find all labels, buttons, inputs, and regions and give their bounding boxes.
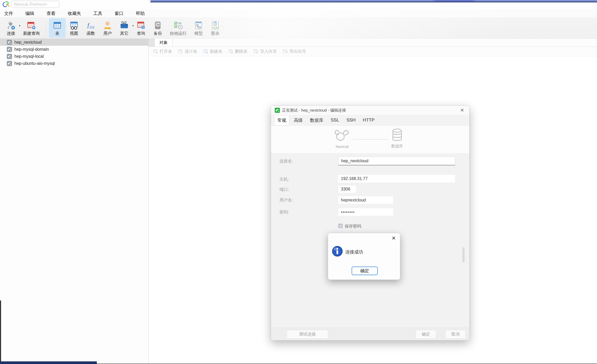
edit-connection-dialog: 正在测试 - hep_nextcloud - 编辑连接 ✕ 常规 高级 数据库 …: [271, 105, 470, 340]
menu-view[interactable]: 查看: [47, 10, 55, 16]
connection-item-hep-mysql-local[interactable]: hep-mysql-local: [0, 53, 148, 60]
dialog-scrollbar-thumb[interactable]: [462, 247, 465, 262]
table-icon: [53, 20, 62, 30]
connection-name: hep_nextcloud: [14, 40, 42, 45]
table-actions-toolbar: 打开表 设计表 新建表 删除表 导入向导 导出向导: [149, 47, 597, 56]
connection-name: hep-mysql-domain: [14, 47, 49, 52]
password-label: 密码:: [279, 210, 289, 215]
background-window-left-edge: [0, 301, 1, 364]
mysql-connection-icon: [7, 40, 12, 45]
object-tabstrip: 对象: [149, 39, 597, 47]
tab-ssh[interactable]: SSH: [343, 116, 358, 125]
connection-item-hep-ubuntu-aio-mysql[interactable]: hep-ubuntu-aio-mysql: [0, 60, 148, 67]
mysql-connection-icon: [7, 47, 12, 52]
menu-edit[interactable]: 编辑: [25, 10, 34, 16]
query-icon: [136, 20, 146, 30]
delete-table-button[interactable]: 删除表: [228, 49, 247, 54]
connection-item-hep-mysql-domain[interactable]: hep-mysql-domain: [0, 46, 148, 53]
connection-line: [353, 139, 388, 140]
password-input[interactable]: [338, 208, 393, 216]
menu-favorites[interactable]: 收藏夹: [68, 10, 81, 16]
open-table-button[interactable]: 打开表: [153, 49, 172, 54]
toolbar-button-query[interactable]: 查询: [133, 18, 149, 38]
main-toolbar: ▾ 连接 新建查询: [0, 17, 597, 39]
background-window-top-edge: [150, 0, 597, 2]
toolbar-button-model[interactable]: 模型: [190, 18, 207, 38]
menu-tools[interactable]: 工具: [93, 10, 102, 16]
tab-databases[interactable]: 数据库: [307, 115, 326, 125]
username-input[interactable]: [338, 196, 393, 204]
navicat-node-label: Navicat: [328, 144, 357, 149]
toolbar-button-new-query[interactable]: 新建查询: [19, 18, 43, 38]
backup-icon: [153, 20, 162, 30]
tab-http[interactable]: HTTP: [360, 116, 377, 125]
toolbar-button-others[interactable]: ▾ 其它: [116, 18, 133, 38]
connections-sidebar: hep_nextcloud hep-mysql-domain hep-mysql…: [0, 39, 149, 364]
dialog-cancel-button[interactable]: 取消: [445, 330, 466, 339]
username-label: 用户名:: [279, 198, 293, 203]
close-icon[interactable]: ✕: [459, 107, 466, 113]
save-password-label: 保存密码: [345, 224, 361, 229]
toolbar-button-charts[interactable]: 图表: [207, 18, 224, 38]
dialog-ok-button[interactable]: 确定: [416, 330, 436, 339]
new-query-icon: [27, 20, 36, 30]
toolbar-button-automation[interactable]: 自动运行: [166, 18, 190, 38]
design-table-button[interactable]: 设计表: [178, 49, 197, 54]
toolbar-button-connection[interactable]: ▾ 连接: [3, 18, 19, 38]
background-window-bottom-edge: [0, 361, 97, 364]
app-window-chrome: Navicat Premium 文件 编辑 查看 收藏夹 工具 窗口 帮助: [0, 0, 597, 39]
info-icon: [332, 246, 343, 257]
dialog-titlebar: 正在测试 - hep_nextcloud - 编辑连接 ✕: [271, 106, 469, 115]
menu-window[interactable]: 窗口: [115, 10, 123, 16]
design-table-icon: [178, 49, 183, 54]
connection-name-label: 连接名:: [279, 159, 293, 164]
open-table-icon: [153, 49, 158, 54]
port-label: 端口:: [279, 187, 289, 192]
host-input[interactable]: [338, 175, 455, 183]
toolbar-button-users[interactable]: 用户: [99, 18, 116, 38]
tab-objects[interactable]: 对象: [154, 39, 173, 47]
test-connection-button[interactable]: 测试连接: [287, 330, 328, 339]
toolbar-button-views[interactable]: 视图: [66, 18, 82, 38]
window-title-box: Navicat Premium: [11, 1, 59, 8]
tab-advanced[interactable]: 高级: [291, 115, 306, 125]
window-title: Navicat Premium: [14, 2, 47, 7]
user-icon: [103, 20, 112, 30]
function-icon: f (x): [86, 20, 95, 30]
export-wizard-button[interactable]: 导出向导: [283, 49, 306, 54]
connection-name: hep-ubuntu-aio-mysql: [14, 61, 55, 66]
charts-icon: [211, 20, 220, 30]
new-table-button[interactable]: 新建表: [203, 49, 222, 54]
import-wizard-icon: [253, 49, 258, 54]
close-icon[interactable]: ✕: [392, 235, 396, 241]
toolbar-button-functions[interactable]: f (x) 函数: [82, 18, 99, 38]
view-icon: [69, 20, 79, 30]
mysql-green-icon: [275, 108, 280, 113]
new-table-icon: [203, 49, 208, 54]
svg-text:(x): (x): [90, 25, 94, 29]
others-icon: [120, 20, 129, 30]
save-password-checkbox[interactable]: [338, 224, 343, 228]
toolbar-separator: [46, 20, 46, 36]
delete-table-icon: [228, 49, 233, 54]
automation-icon: [173, 20, 183, 30]
database-node-label: 数据库: [385, 144, 409, 149]
menu-help[interactable]: 帮助: [136, 10, 145, 16]
database-node: 数据库: [385, 128, 409, 149]
port-input[interactable]: [338, 186, 356, 193]
toolbar-button-backup[interactable]: 备份: [149, 18, 166, 38]
dialog-title: 正在测试 - hep_nextcloud - 编辑连接: [282, 108, 346, 113]
toolbar-button-tables[interactable]: 表: [49, 18, 66, 38]
message-ok-button[interactable]: 确定: [352, 267, 378, 275]
dialog-footer: 测试连接 确定 取消: [271, 328, 469, 340]
mysql-connection-icon: [7, 54, 12, 59]
tab-general[interactable]: 常规: [274, 115, 289, 125]
import-wizard-button[interactable]: 导入向导: [253, 49, 277, 54]
tab-ssl[interactable]: SSL: [328, 116, 342, 125]
navicat-node: Navicat: [328, 128, 357, 149]
export-wizard-icon: [283, 49, 288, 54]
dialog-tabs: 常规 高级 数据库 SSL SSH HTTP: [271, 115, 469, 125]
menu-file[interactable]: 文件: [4, 10, 13, 16]
connection-name-input[interactable]: [338, 157, 455, 165]
connection-item-hep-nextcloud[interactable]: hep_nextcloud: [0, 39, 148, 46]
